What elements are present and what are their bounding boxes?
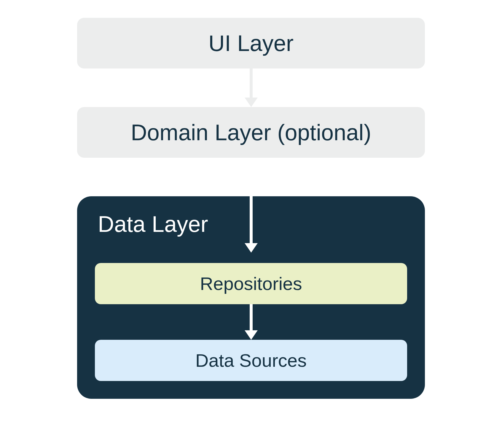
domain-layer-label: Domain Layer (optional) (131, 119, 371, 145)
repositories-label: Repositories (200, 273, 302, 294)
data-sources-box: Data Sources (95, 340, 407, 381)
ui-layer-label: UI Layer (208, 30, 294, 56)
domain-layer-box: Domain Layer (optional) (77, 107, 425, 158)
arrow-repositories-to-datasources (249, 304, 253, 340)
arrow-down-icon (245, 243, 258, 253)
data-layer-container: Data Layer Repositories Data Sources (77, 196, 425, 399)
ui-layer-box: UI Layer (77, 18, 425, 68)
arrow-domain-to-repositories (249, 158, 253, 253)
arrow-ui-to-domain (249, 68, 253, 107)
arrow-down-icon (249, 68, 253, 107)
repositories-box: Repositories (95, 263, 407, 304)
data-sources-label: Data Sources (195, 350, 307, 371)
arrow-shaft (250, 158, 253, 244)
